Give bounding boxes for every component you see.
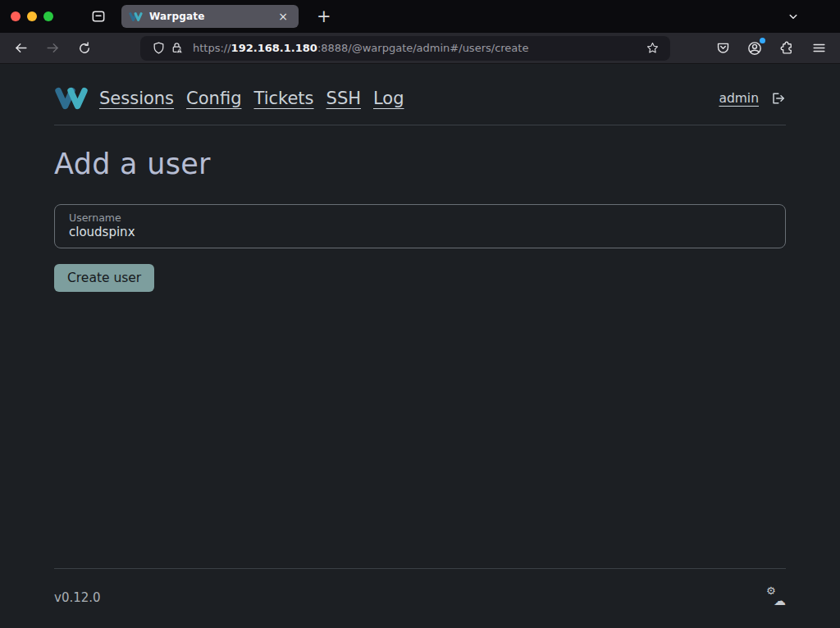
url-protocol: https:// [193, 42, 231, 54]
create-user-button[interactable]: Create user [54, 264, 154, 292]
username-label: Username [69, 212, 771, 224]
browser-toolbar: https://192.168.1.180:8888/@warpgate/adm… [0, 33, 840, 64]
list-tabs-chevron-icon[interactable] [786, 9, 801, 24]
account-notification-dot [760, 38, 765, 43]
page-title: Add a user [54, 148, 786, 180]
url-bar[interactable]: https://192.168.1.180:8888/@warpgate/adm… [140, 36, 670, 61]
username-field-group[interactable]: Username [54, 204, 786, 248]
cloud-icon: ☁ [774, 594, 786, 608]
window-close-button[interactable] [11, 11, 21, 21]
warpgate-favicon [129, 11, 143, 22]
shield-icon[interactable] [149, 39, 167, 57]
account-icon[interactable] [746, 39, 764, 57]
window-minimize-button[interactable] [27, 11, 37, 21]
nav-link-tickets[interactable]: Tickets [253, 89, 313, 108]
back-button[interactable] [11, 39, 30, 57]
window-zoom-button[interactable] [43, 11, 53, 21]
pocket-icon[interactable] [714, 39, 732, 57]
nav-link-config[interactable]: Config [186, 89, 241, 108]
url-host: 192.168.1.180 [231, 42, 317, 54]
tab-title: Warpgate [149, 11, 205, 22]
forward-button[interactable] [43, 39, 62, 57]
current-user-link[interactable]: admin [719, 91, 759, 106]
reload-button[interactable] [75, 39, 94, 57]
tab-close-icon[interactable]: × [275, 9, 291, 24]
warpgate-admin-page: Sessions Config Tickets SSH Log admin Ad… [0, 64, 840, 628]
app-navbar: Sessions Config Tickets SSH Log admin [54, 64, 786, 125]
bookmark-star-icon[interactable] [643, 39, 661, 57]
extensions-puzzle-icon[interactable] [778, 39, 796, 57]
logout-icon[interactable] [769, 90, 786, 107]
url-path: :8888/@warpgate/admin#/users/create [317, 42, 529, 54]
version-label: v0.12.0 [54, 590, 101, 605]
firefox-view-icon[interactable] [88, 6, 109, 27]
new-tab-button[interactable]: + [312, 7, 336, 27]
warpgate-logo[interactable] [54, 86, 89, 111]
lock-warning-icon[interactable] [167, 39, 185, 57]
browser-tab-bar: Warpgate × + [0, 0, 840, 33]
username-input[interactable] [69, 225, 771, 239]
app-footer: v0.12.0 ⚙ ☁ [54, 568, 786, 606]
nav-link-sessions[interactable]: Sessions [99, 89, 174, 108]
nav-links: Sessions Config Tickets SSH Log [99, 89, 404, 108]
content-spacer [54, 292, 786, 568]
menu-hamburger-icon[interactable] [810, 39, 828, 57]
url-text[interactable]: https://192.168.1.180:8888/@warpgate/adm… [193, 42, 528, 54]
browser-tab[interactable]: Warpgate × [121, 5, 299, 28]
window-controls [0, 11, 53, 21]
theme-auto-icon[interactable]: ⚙ ☁ [766, 589, 786, 606]
nav-link-log[interactable]: Log [373, 89, 404, 108]
nav-link-ssh[interactable]: SSH [326, 89, 361, 108]
